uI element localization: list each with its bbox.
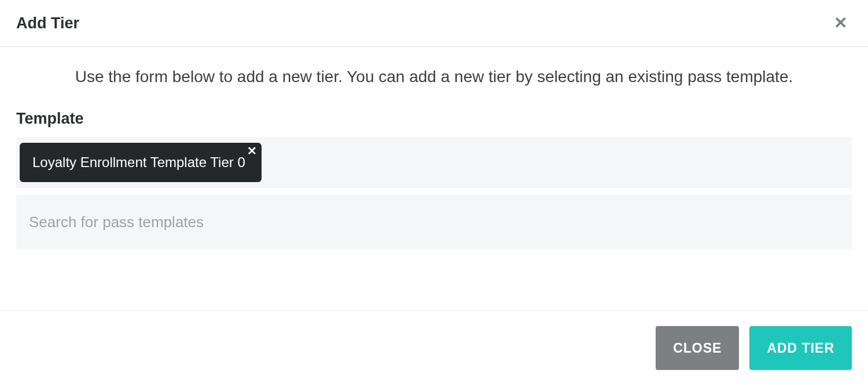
selected-templates-row: Loyalty Enrollment Template Tier 0 ✕ [16,137,852,188]
template-section-label: Template [16,110,852,128]
modal-body: Use the form below to add a new tier. Yo… [0,47,868,310]
chip-label: Loyalty Enrollment Template Tier 0 [32,156,245,169]
template-search-row[interactable] [16,195,852,249]
close-button[interactable]: Close [656,326,739,370]
close-icon[interactable]: ✕ [829,13,852,34]
template-search-input[interactable] [28,213,840,232]
add-tier-button[interactable]: Add Tier [749,326,852,370]
modal-header: Add Tier ✕ [0,0,868,47]
chip-remove-icon[interactable]: ✕ [247,145,257,157]
modal-footer: Close Add Tier [0,310,868,385]
selected-template-chip[interactable]: Loyalty Enrollment Template Tier 0 ✕ [20,143,262,182]
modal-description: Use the form below to add a new tier. Yo… [35,66,833,87]
modal-title: Add Tier [16,14,79,32]
add-tier-modal: Add Tier ✕ Use the form below to add a n… [0,0,868,385]
